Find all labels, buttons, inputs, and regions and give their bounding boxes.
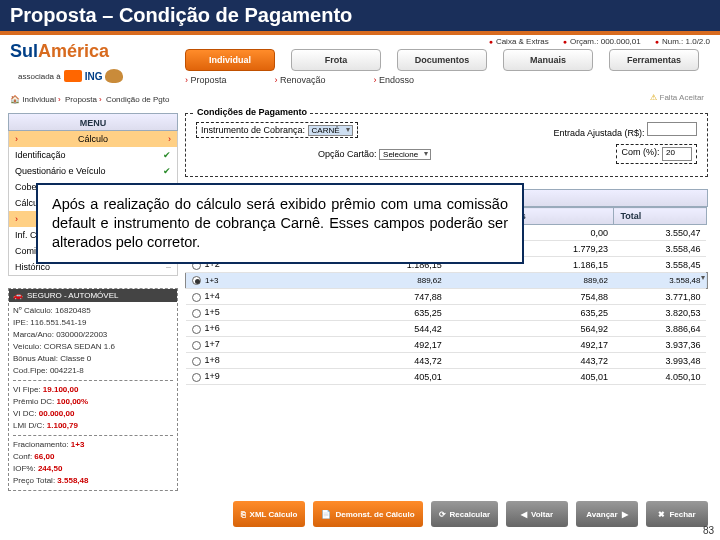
top-info-a: Caixa & Extras: [489, 37, 549, 46]
subtab-renovacao[interactable]: Renovação: [275, 75, 326, 85]
fieldset-legend: Condições de Pagamento: [194, 107, 310, 117]
top-info-bar: Caixa & Extras Orçam.: 000.000,01 Num.: …: [489, 37, 710, 46]
close-icon: ✖: [658, 510, 665, 519]
table-row[interactable]: 1+8443,72443,723.993,48: [186, 353, 708, 369]
menu-header: MENU: [8, 113, 178, 131]
radio-icon[interactable]: [192, 276, 201, 285]
forward-icon: ▶: [622, 510, 628, 519]
tab-frota[interactable]: Frota: [291, 49, 381, 71]
column-header: Total: [614, 208, 706, 225]
xml-icon: ⎘: [241, 510, 246, 519]
radio-icon[interactable]: [192, 293, 201, 302]
radio-icon[interactable]: [192, 309, 201, 318]
tab-documentos[interactable]: Documentos: [397, 49, 487, 71]
menu-item[interactable]: Questionário e Veículo✔: [9, 163, 177, 179]
cond-pagamento-fieldset: Condições de Pagamento Instrumento de Co…: [185, 113, 708, 177]
vehicle-header-text: SEGURO - AUTOMÓVEL: [27, 291, 118, 300]
slide-title: Proposta – Condição de Pagamento: [0, 0, 720, 35]
instrumento-select[interactable]: CARNÊ: [308, 125, 353, 136]
tab-ferramentas[interactable]: Ferramentas: [609, 49, 699, 71]
table-row[interactable]: 1+4747,88754,883.771,80: [186, 289, 708, 305]
opcao-cartao-label: Opção Cartão:: [318, 149, 377, 159]
entrada-input[interactable]: [647, 122, 697, 136]
xml-calculo-button[interactable]: ⎘XML Cálculo: [233, 501, 306, 527]
instrumento-label: Instrumento de Cobrança:: [201, 125, 305, 135]
radio-icon[interactable]: [192, 373, 201, 382]
bc-1[interactable]: Proposta: [65, 95, 97, 104]
recalcular-button[interactable]: ⟳Recalcular: [431, 501, 498, 527]
logo-part-2: América: [38, 41, 109, 61]
doc-icon: 📄: [321, 510, 331, 519]
main-panel: Condições de Pagamento Instrumento de Co…: [185, 113, 708, 495]
subtab-proposta[interactable]: Proposta: [185, 75, 227, 85]
logo-associada: associada à: [18, 72, 61, 81]
tab-manuais[interactable]: Manuais: [503, 49, 593, 71]
refresh-icon: ⟳: [439, 510, 446, 519]
voltar-button[interactable]: ◀Voltar: [506, 501, 568, 527]
vehicle-summary: 🚗SEGURO - AUTOMÓVEL Nº Cálculo: 16820485…: [8, 288, 178, 491]
sub-tabs: Proposta Renovação Endosso: [185, 75, 414, 85]
comissao-input[interactable]: 20: [662, 147, 692, 161]
comissao-label: Com (%):: [621, 147, 659, 157]
top-info-b: Orçam.: 000.000,01: [563, 37, 641, 46]
table-row[interactable]: 1+7492,17492,173.937,36: [186, 337, 708, 353]
lion-icon: [105, 69, 123, 83]
app-frame: Caixa & Extras Orçam.: 000.000,01 Num.: …: [0, 35, 720, 531]
table-row[interactable]: 1+9405,01405,014.050,10: [186, 369, 708, 385]
subtab-endosso[interactable]: Endosso: [374, 75, 415, 85]
ing-icon: [64, 70, 82, 82]
tab-individual[interactable]: Individual: [185, 49, 275, 71]
left-column: MENU › Cálculo›Identificação✔Questionári…: [8, 113, 178, 491]
vehicle-summary-header: 🚗SEGURO - AUTOMÓVEL: [9, 289, 177, 302]
fechar-button[interactable]: ✖Fechar: [646, 501, 708, 527]
bc-2: Condição de Pgto: [106, 95, 170, 104]
table-row[interactable]: 1+6544,42564,923.886,64: [186, 321, 708, 337]
top-info-c: Num.: 1.0/2.0: [655, 37, 710, 46]
vehicle-body: Nº Cálculo: 16820485IPE: 116.551.541-19M…: [9, 302, 177, 490]
menu-item[interactable]: › Cálculo›: [9, 131, 177, 147]
radio-icon[interactable]: [192, 341, 201, 350]
logo-sulamerica: SulAmérica: [10, 41, 109, 62]
bottom-action-bar: ⎘XML Cálculo 📄Demonst. de Cálculo ⟳Recal…: [185, 501, 708, 527]
menu-item[interactable]: Identificação✔: [9, 147, 177, 163]
instruction-callout: Após a realização do cálculo será exibid…: [36, 183, 524, 264]
logo-part-1: Sul: [10, 41, 38, 61]
demonstrativo-button[interactable]: 📄Demonst. de Cálculo: [313, 501, 422, 527]
page-number: 83: [703, 525, 714, 536]
table-row[interactable]: 1+5635,25635,253.820,53: [186, 305, 708, 321]
radio-icon[interactable]: [192, 325, 201, 334]
opcao-cartao-select[interactable]: Selecione: [379, 149, 431, 160]
car-icon: 🚗: [13, 291, 23, 300]
logo-ing: associada à ING: [18, 69, 123, 83]
back-icon: ◀: [521, 510, 527, 519]
bc-0[interactable]: Individual: [22, 95, 56, 104]
alert-banner: Falta Aceitar: [650, 93, 704, 102]
radio-icon[interactable]: [192, 357, 201, 366]
table-row[interactable]: 1+3889,62889,623.558,48: [186, 273, 708, 289]
main-tabs: Individual Frota Documentos Manuais Ferr…: [185, 49, 699, 71]
breadcrumb: 🏠 Individual› Proposta› Condição de Pgto: [10, 95, 170, 104]
ing-text: ING: [85, 71, 103, 82]
entrada-label: Entrada Ajustada (R$):: [553, 128, 644, 138]
avancar-button[interactable]: Avançar▶: [576, 501, 638, 527]
